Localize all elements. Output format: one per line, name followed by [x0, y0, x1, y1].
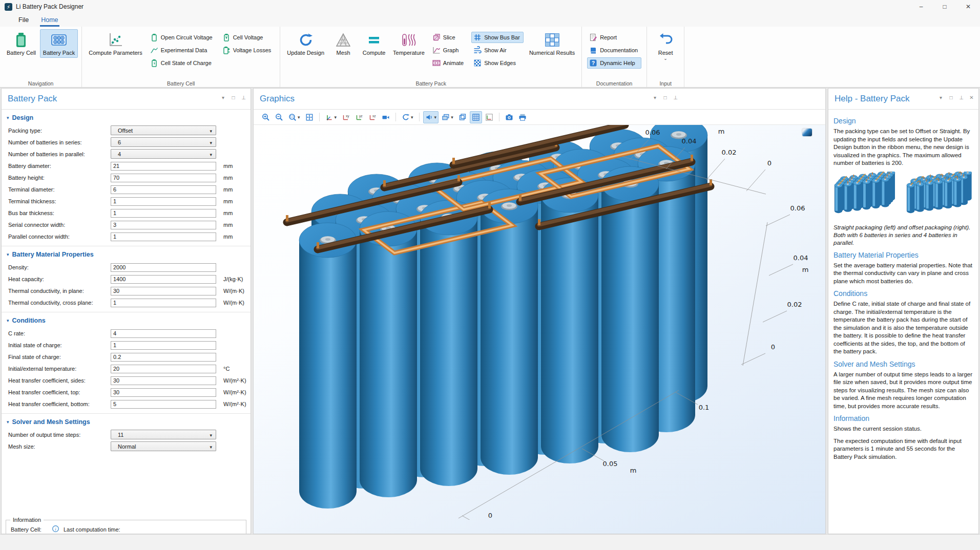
density-field[interactable]	[111, 263, 216, 272]
help-paragraph: The packing type can be set to Offset or…	[833, 128, 973, 167]
compute-button[interactable]: Compute	[359, 29, 389, 58]
initial-state-of-charge-field[interactable]	[111, 341, 216, 350]
battery-pack-button[interactable]: Battery Pack	[40, 29, 78, 58]
float-window-icon[interactable]: □	[662, 95, 668, 100]
battery-cell-button[interactable]: Battery Cell	[4, 29, 39, 58]
section-battery-material-properties: ▾Battery Material PropertiesDensity:Heat…	[2, 251, 251, 307]
heat-transfer-coefficient-top-field[interactable]	[111, 388, 216, 397]
number-of-batteries-in-series-select[interactable]: 6▾	[111, 137, 216, 147]
tab-file[interactable]: File	[12, 14, 35, 27]
app-title: Li Battery Pack Designer	[16, 3, 84, 10]
graphics-panel-header: Graphics ▾ □ ⊥	[254, 89, 825, 110]
axes-button[interactable]	[483, 111, 495, 123]
number-of-batteries-in-parallel-select[interactable]: 4▾	[111, 149, 216, 159]
update-design-button[interactable]: Update Design	[284, 29, 327, 58]
battery-pack-3d-scene[interactable]: 0.060.040.020m0.060.040.020m0.10.050m	[254, 125, 825, 520]
zoom-out-button[interactable]	[273, 111, 285, 123]
serial-connector-width-field[interactable]	[111, 221, 216, 229]
mesh-size-select[interactable]: Normal▾	[111, 441, 216, 451]
numerical-results-button[interactable]: Numerical Results	[526, 29, 578, 58]
c-rate-field[interactable]	[111, 329, 216, 338]
close-button[interactable]: ✕	[956, 0, 980, 13]
axis-tick-label: 0	[767, 159, 772, 167]
chevron-down-icon[interactable]: ▾	[938, 95, 944, 100]
parallel-connector-width-field[interactable]	[111, 232, 216, 241]
voltage-losses-button[interactable]: Voltage Losses	[220, 45, 275, 56]
slice-button[interactable]: Slice	[430, 32, 467, 43]
pin-icon[interactable]: ⊥	[241, 95, 246, 100]
view-orientation-icon[interactable]	[802, 129, 812, 136]
view-xz-button[interactable]: xz	[366, 111, 379, 123]
close-icon[interactable]: ✕	[969, 95, 974, 100]
heat-transfer-coefficient-bottom-field[interactable]	[111, 400, 216, 409]
thermal-conductivity-in-plane-field[interactable]	[111, 287, 216, 295]
chevron-down-icon[interactable]: ▾	[220, 95, 226, 100]
transparency-button[interactable]	[456, 111, 469, 123]
show-edges-button[interactable]: Show Edges	[471, 57, 524, 69]
scene-camera-button[interactable]	[380, 111, 392, 123]
settings-form: ▾DesignPacking type:Offset▾Number of bat…	[2, 110, 251, 534]
minimize-button[interactable]: –	[909, 0, 933, 13]
tab-home[interactable]: Home	[35, 14, 64, 27]
pin-icon[interactable]: ⊥	[958, 95, 964, 100]
section-title: Solver and Mesh Settings	[12, 418, 90, 426]
thermal-conductivity-cross-plane-field[interactable]	[111, 299, 216, 307]
float-window-icon[interactable]: □	[948, 95, 954, 100]
default-view-button[interactable]: ▾	[323, 111, 339, 123]
open-circuit-voltage-button[interactable]: Open Circuit Voltage	[148, 32, 216, 43]
animate-button[interactable]: Animate	[430, 57, 467, 69]
reset-button[interactable]: Reset⌄	[651, 29, 680, 62]
sound-button[interactable]: ▾	[423, 111, 439, 123]
zoom-in-button[interactable]	[260, 111, 272, 123]
heat-transfer-coefficient-sides-field[interactable]	[111, 376, 216, 385]
view-yz-button[interactable]: yz	[353, 111, 365, 123]
ribbon-group-documentation: ReportDocumentation?Dynamic HelpDocument…	[582, 27, 647, 87]
section-header[interactable]: ▾Solver and Mesh Settings	[7, 418, 251, 426]
info-icon[interactable]: i	[52, 525, 59, 534]
packing-type-select[interactable]: Offset▾	[111, 125, 216, 135]
pin-icon[interactable]: ⊥	[673, 95, 678, 100]
view-mode-icon	[442, 113, 450, 121]
float-window-icon[interactable]: □	[231, 95, 236, 100]
terminal-thickness-field[interactable]	[111, 197, 216, 206]
maximize-button[interactable]: □	[933, 0, 956, 13]
battery-height-field[interactable]	[111, 174, 216, 182]
graphics-canvas[interactable]: 0.060.040.020m0.060.040.020m0.10.050m	[254, 125, 825, 534]
grid-button[interactable]	[470, 111, 482, 123]
documentation-button[interactable]: Documentation	[587, 45, 641, 56]
terminal-diameter-field[interactable]	[111, 185, 216, 194]
section-header[interactable]: ▾Battery Material Properties	[7, 251, 251, 258]
toolbar-separator	[499, 113, 499, 121]
show-air-button[interactable]: Show Air	[471, 45, 524, 56]
rotate-button[interactable]: ▾	[400, 111, 415, 123]
graph-button[interactable]: Graph	[430, 45, 467, 56]
help-panel-title: Help - Battery Pack	[835, 94, 909, 104]
print-button[interactable]	[516, 111, 529, 123]
final-state-of-charge-field[interactable]	[111, 353, 216, 362]
section-header[interactable]: ▾Design	[7, 114, 251, 121]
cell-state-of-charge-button[interactable]: Cell State of Charge	[148, 57, 216, 69]
view-xy-button[interactable]: xy	[340, 111, 352, 123]
zoom-box-button[interactable]: ▾	[286, 111, 302, 123]
show-bus-bar-button[interactable]: Show Bus Bar	[471, 32, 524, 43]
cell-voltage-button[interactable]: Cell Voltage	[220, 32, 275, 43]
chevron-down-icon[interactable]: ▾	[652, 95, 658, 100]
dynamic-help-button[interactable]: ?Dynamic Help	[587, 57, 641, 69]
heat-capacity-field[interactable]	[111, 275, 216, 284]
zoom-extents-button[interactable]	[303, 111, 316, 123]
experimental-data-button[interactable]: Experimental Data	[148, 45, 216, 56]
section-header[interactable]: ▾Conditions	[7, 317, 251, 324]
information-label: Battery Cell:	[11, 526, 48, 533]
battery-diameter-field[interactable]	[111, 162, 216, 171]
bus-bar-thickness-field[interactable]	[111, 209, 216, 218]
field-unit: W/(m²·K)	[223, 377, 246, 384]
rotate-icon	[402, 113, 410, 121]
number-of-output-time-steps-select[interactable]: 11▾	[111, 430, 216, 439]
mesh-button[interactable]: Mesh	[328, 29, 358, 58]
initial-external-temperature-field[interactable]	[111, 365, 216, 373]
snapshot-button[interactable]	[503, 111, 515, 123]
report-button[interactable]: Report	[587, 32, 641, 43]
compute-parameters-button[interactable]: Compute Parameters	[86, 29, 145, 58]
view-mode-button[interactable]: ▾	[440, 111, 455, 123]
temperature-button[interactable]: Temperature	[390, 29, 428, 58]
